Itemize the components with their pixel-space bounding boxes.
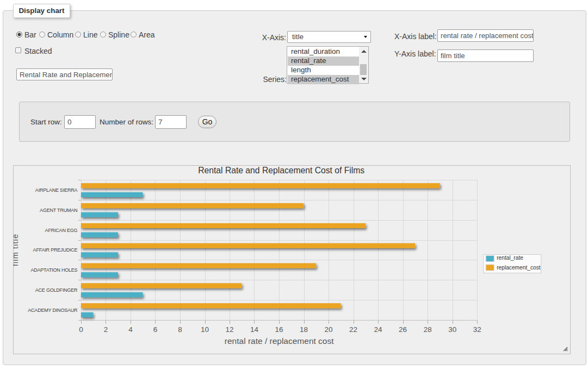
svg-text:2: 2 xyxy=(103,325,108,334)
svg-text:AFFAIR PREJUDICE: AFFAIR PREJUDICE xyxy=(33,247,77,253)
svg-text:AIRPLANE SIERRA: AIRPLANE SIERRA xyxy=(35,187,78,193)
svg-text:24: 24 xyxy=(374,325,382,334)
svg-text:20: 20 xyxy=(324,325,332,334)
svg-text:AFRICAN EGG: AFRICAN EGG xyxy=(45,228,77,233)
svg-text:film title: film title xyxy=(14,234,20,266)
svg-text:AGENT TRUMAN: AGENT TRUMAN xyxy=(40,208,77,213)
svg-text:28: 28 xyxy=(423,325,431,334)
svg-text:30: 30 xyxy=(448,325,456,334)
svg-text:ACE GOLDFINGER: ACE GOLDFINGER xyxy=(35,287,77,293)
svg-text:Rental Rate and Replacement Co: Rental Rate and Replacement Cost of Film… xyxy=(198,166,364,175)
svg-text:26: 26 xyxy=(399,325,407,334)
svg-text:8: 8 xyxy=(178,325,182,334)
svg-text:6: 6 xyxy=(153,325,158,334)
svg-text:18: 18 xyxy=(300,325,308,334)
svg-text:ACADEMY DINOSAUR: ACADEMY DINOSAUR xyxy=(28,308,78,313)
svg-text:12: 12 xyxy=(225,325,233,334)
svg-text:16: 16 xyxy=(275,325,283,334)
svg-text:replacement_cost: replacement_cost xyxy=(497,265,541,271)
svg-text:32: 32 xyxy=(473,325,481,334)
svg-text:10: 10 xyxy=(201,325,209,334)
svg-text:0: 0 xyxy=(79,325,83,334)
svg-text:22: 22 xyxy=(349,325,357,334)
svg-text:rental_rate: rental_rate xyxy=(497,255,523,261)
svg-text:4: 4 xyxy=(128,325,133,334)
svg-text:14: 14 xyxy=(250,325,259,334)
svg-text:ADAPTATION HOLES: ADAPTATION HOLES xyxy=(30,267,77,273)
svg-text:rental rate / replacement cost: rental rate / replacement cost xyxy=(225,336,334,346)
